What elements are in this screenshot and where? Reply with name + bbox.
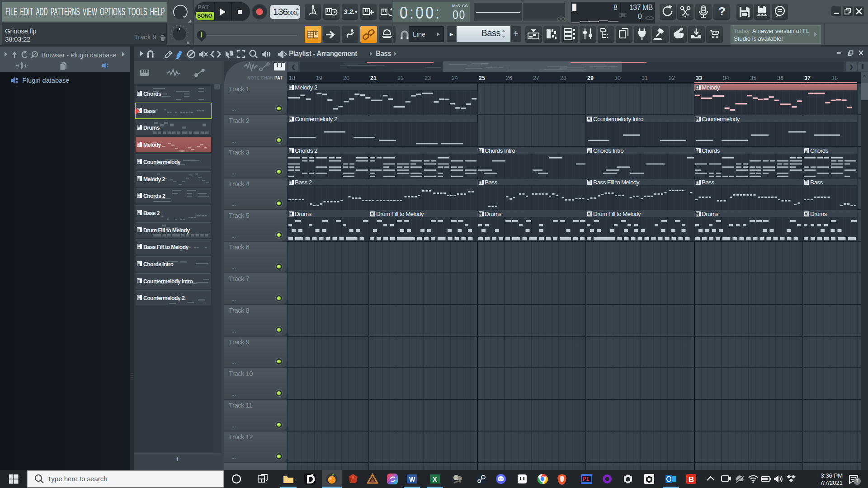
svg-text:34: 34: [723, 75, 729, 81]
svg-text:Bass: Bass: [810, 179, 823, 186]
svg-text:33: 33: [696, 75, 702, 81]
svg-text:3.2.•: 3.2.•: [344, 8, 357, 15]
svg-text:PI: PI: [583, 476, 589, 483]
svg-text:Chords 2: Chords 2: [295, 147, 317, 154]
svg-text:Chords: Chords: [810, 147, 829, 154]
svg-text:Bass: Bass: [485, 179, 497, 186]
svg-text:X: X: [433, 476, 437, 483]
svg-text:?: ?: [718, 5, 726, 18]
svg-text:⌃: ⌃: [862, 74, 867, 81]
svg-text:35: 35: [750, 75, 756, 81]
svg-text:25: 25: [479, 75, 485, 81]
svg-text:Countermelody 2: Countermelody 2: [295, 116, 337, 122]
svg-text:36: 36: [777, 75, 783, 81]
svg-text:Bass 2: Bass 2: [295, 179, 312, 186]
svg-text:Drums: Drums: [295, 211, 312, 217]
svg-text:32: 32: [669, 75, 675, 81]
svg-text:26: 26: [506, 75, 512, 81]
svg-text:❮: ❮: [291, 64, 296, 70]
svg-text:29: 29: [587, 75, 594, 81]
svg-text:Melody: Melody: [702, 84, 720, 91]
svg-text:19: 19: [316, 75, 322, 81]
svg-text:Drums: Drums: [485, 211, 502, 217]
svg-text:38: 38: [831, 75, 838, 81]
svg-text:Drum Fill to Melody: Drum Fill to Melody: [593, 211, 641, 217]
svg-text:28: 28: [560, 75, 566, 81]
svg-text:Countermelody Intro: Countermelody Intro: [593, 116, 643, 122]
svg-text:B: B: [689, 475, 694, 484]
svg-text:Drum Fill to Melody: Drum Fill to Melody: [376, 211, 424, 217]
svg-text:31: 31: [642, 75, 648, 81]
svg-text:20: 20: [343, 75, 349, 81]
svg-text:Plugin database: Plugin database: [22, 77, 69, 84]
svg-text:Chords Intro: Chords Intro: [485, 147, 515, 154]
svg-text:30: 30: [614, 75, 621, 81]
svg-text:Melody 2: Melody 2: [295, 84, 317, 91]
svg-text:Bass: Bass: [702, 179, 714, 186]
svg-text:Countermelody: Countermelody: [702, 116, 740, 122]
svg-text:Drums: Drums: [810, 211, 827, 217]
svg-text:Browser - Plugin database: Browser - Plugin database: [41, 52, 116, 59]
svg-text:Bass Fill to Melody: Bass Fill to Melody: [593, 179, 640, 186]
svg-text:W: W: [409, 476, 415, 483]
svg-text:18: 18: [289, 75, 295, 81]
svg-text:37: 37: [804, 75, 811, 81]
svg-text:22: 22: [397, 75, 404, 81]
svg-text:Chords Intro: Chords Intro: [593, 147, 623, 154]
svg-text:21: 21: [370, 75, 377, 81]
svg-text:23: 23: [425, 75, 431, 81]
svg-text:Drums: Drums: [702, 211, 719, 217]
svg-text:Chords: Chords: [702, 147, 720, 154]
svg-text:❯: ❯: [849, 64, 854, 70]
svg-text:27: 27: [533, 75, 539, 81]
svg-text:24: 24: [452, 75, 458, 81]
